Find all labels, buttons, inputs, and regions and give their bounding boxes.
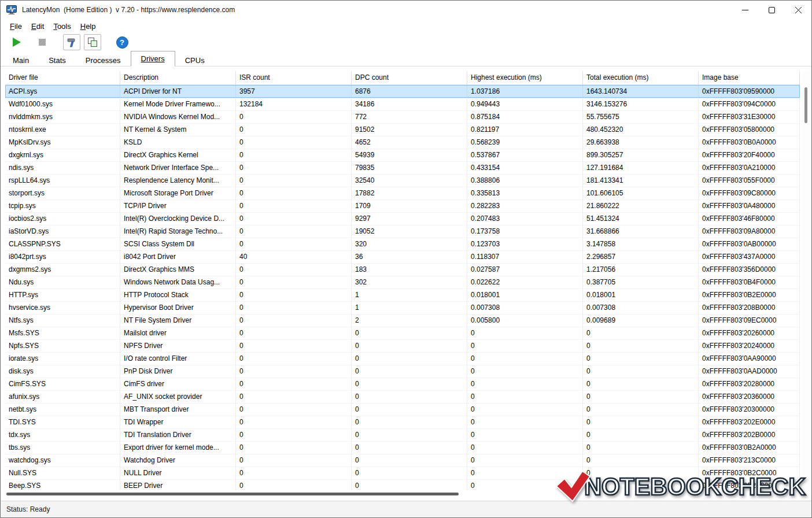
table-cell: 0xFFFFF803'094C0000: [699, 98, 800, 111]
table-row[interactable]: iocbios2.sysIntel(R) Overclocking Device…: [5, 212, 800, 225]
table-row[interactable]: storport.sysMicrosoft Storage Port Drive…: [5, 187, 800, 199]
table-row[interactable]: iaStorVD.sysIntel(R) Rapid Storage Techn…: [5, 225, 800, 238]
column-header[interactable]: ISR count: [236, 71, 352, 85]
table-cell: 0.537867: [467, 149, 583, 162]
table-cell: 0xFFFFF803'0B2A0000: [699, 441, 800, 454]
table-row[interactable]: ndis.sysNetwork Driver Interface Spe...0…: [5, 161, 800, 174]
table-row[interactable]: tdx.sysTDI Translation Driver00000xFFFFF…: [5, 428, 800, 441]
menu-item-file[interactable]: File: [5, 20, 27, 32]
table-cell: netbt.sys: [5, 403, 120, 416]
table-row[interactable]: TDI.SYSTDI Wrapper00000xFFFFF803'202E000…: [5, 416, 800, 428]
stop-monitor-button[interactable]: [34, 35, 50, 50]
table-row[interactable]: dxgmms2.sysDirectX Graphics MMS01830.027…: [5, 263, 800, 276]
column-header[interactable]: Highest execution (ms): [467, 71, 583, 85]
table-cell: 0.009689: [583, 314, 699, 327]
table-row[interactable]: i8042prt.sysi8042 Port Driver40360.11830…: [5, 250, 800, 263]
table-row[interactable]: rspLLL64.sysResplendence Latency Monit..…: [5, 174, 800, 187]
table-cell: 0xFFFFF803'356D0000: [699, 263, 800, 276]
table-row[interactable]: Msfs.SYSMailslot driver00000xFFFFF803'20…: [5, 327, 800, 339]
stop-icon: [39, 39, 46, 46]
table-cell: 0xFFFFF803'20360000: [699, 390, 800, 404]
table-row[interactable]: CLASSPNP.SYSSCSI Class System Dll03200.1…: [5, 238, 800, 250]
tab-main[interactable]: Main: [3, 54, 39, 66]
table-row[interactable]: iorate.sysI/O rate control Filter00000xF…: [5, 352, 800, 365]
help-button[interactable]: ?: [114, 35, 130, 50]
table-row[interactable]: MpKslDrv.sysKSLD046520.56823929.6639380x…: [5, 136, 800, 149]
tab-cpus[interactable]: CPUs: [175, 54, 215, 66]
table-cell: 9297: [352, 212, 467, 225]
table-cell: 0: [467, 479, 583, 490]
table-row[interactable]: nvlddmkm.sysNVIDIA Windows Kernel Mod...…: [5, 110, 800, 123]
table-row[interactable]: Npfs.SYSNPFS Driver00000xFFFFF803'202400…: [5, 339, 800, 352]
menu-item-tools[interactable]: Tools: [49, 20, 75, 32]
menu-item-edit[interactable]: Edit: [27, 20, 49, 32]
start-monitor-button[interactable]: [9, 35, 25, 50]
table-row[interactable]: netbt.sysMBT Transport driver00000xFFFFF…: [5, 403, 800, 416]
table-cell: 0xFFFFF803'09EC0000: [699, 314, 800, 327]
table-cell: 0xFFFFF803'0B0A0000: [699, 136, 800, 149]
table-row[interactable]: CimFS.SYSCimFS driver00000xFFFFF803'2028…: [5, 378, 800, 390]
table-cell: 0xFFFFF803'20280000: [699, 378, 800, 391]
column-header[interactable]: DPC count: [352, 71, 467, 85]
table-cell: SCSI Class System Dll: [120, 238, 236, 251]
table-row[interactable]: HTTP.sysHTTP Protocol Stack010.0180010.0…: [5, 288, 800, 301]
table-cell: 127.191684: [583, 161, 699, 175]
table-row[interactable]: Beep.SYSBEEP Driver00000xFFFFF803'0B2B00…: [5, 479, 800, 490]
table-row[interactable]: tcpip.sysTCP/IP Driver017090.28228321.86…: [5, 199, 800, 212]
vertical-scrollbar[interactable]: [802, 71, 810, 490]
table-row[interactable]: Ndu.sysWindows Network Data Usag...03020…: [5, 276, 800, 288]
table-row[interactable]: hvservice.sysHypervisor Boot Driver010.0…: [5, 301, 800, 314]
column-header[interactable]: Driver file: [5, 71, 120, 85]
tab-stats[interactable]: Stats: [39, 54, 76, 66]
table-row[interactable]: disk.sysPnP Disk Driver00000xFFFFF803'0A…: [5, 365, 800, 378]
table-row[interactable]: tbs.sysExport driver for kernel mode...0…: [5, 441, 800, 454]
table-row[interactable]: ntoskrnl.exeNT Kernel & System0915020.82…: [5, 123, 800, 136]
table-cell: Npfs.SYS: [5, 339, 120, 353]
maximize-button[interactable]: [758, 1, 785, 19]
table-cell: CLASSPNP.SYS: [5, 238, 120, 251]
close-button[interactable]: [785, 1, 811, 19]
table-cell: PnP Disk Driver: [120, 365, 236, 378]
table-cell: 0: [236, 428, 352, 442]
column-header[interactable]: Description: [120, 71, 236, 85]
table-cell: watchdog.sys: [5, 454, 120, 467]
table-cell: 19052: [352, 225, 467, 238]
table-cell: 0: [583, 352, 699, 365]
horizontal-scrollbar[interactable]: [5, 493, 800, 496]
options-button[interactable]: [63, 34, 80, 50]
table-cell: 0: [352, 479, 467, 490]
table-cell: 32540: [352, 174, 467, 187]
table-cell: 0: [583, 390, 699, 404]
hscroll-thumb[interactable]: [6, 493, 459, 495]
vscroll-thumb[interactable]: [804, 87, 807, 123]
copy-report-button[interactable]: [84, 34, 101, 50]
table-cell: 6876: [352, 85, 467, 98]
table-row[interactable]: afunix.sysAF_UNIX socket provider00000xF…: [5, 390, 800, 403]
menu-item-help[interactable]: Help: [76, 20, 101, 32]
tab-processes[interactable]: Processes: [76, 54, 131, 66]
table-cell: 3146.153276: [583, 98, 699, 111]
table-cell: dxgmms2.sys: [5, 263, 120, 276]
column-header[interactable]: Total execution (ms): [583, 71, 699, 85]
table-row[interactable]: Wdf01000.sysKernel Mode Driver Framewo..…: [5, 98, 800, 110]
table-row[interactable]: ACPI.sysACPI Driver for NT395768761.0371…: [5, 85, 800, 98]
table-cell: 0xFFFFF803'09590000: [699, 85, 800, 98]
table-row[interactable]: Null.SYSNULL Driver00000xFFFFF803'0B2C00…: [5, 467, 800, 479]
table-cell: 0: [583, 365, 699, 378]
table-cell: 0.207483: [467, 212, 583, 225]
minimize-button[interactable]: [732, 1, 758, 19]
table-cell: Network Driver Interface Spe...: [120, 161, 236, 175]
table-cell: Microsoft Storage Port Driver: [120, 187, 236, 200]
table-cell: 0xFFFFF803'0AA90000: [699, 352, 800, 365]
table-cell: 0: [236, 136, 352, 149]
tab-drivers[interactable]: Drivers: [131, 51, 175, 66]
table-cell: 0xFFFFF803'20F40000: [699, 149, 800, 162]
table-cell: 1.037186: [467, 85, 583, 98]
table-row[interactable]: watchdog.sysWatchdog Driver00000xFFFFF80…: [5, 454, 800, 467]
table-row[interactable]: dxgkrnl.sysDirectX Graphics Kernel054939…: [5, 149, 800, 161]
table-cell: 0xFFFFF803'20300000: [699, 403, 800, 416]
table-header: Driver fileDescriptionISR countDPC count…: [5, 71, 800, 85]
column-header[interactable]: Image base: [699, 71, 800, 85]
table-row[interactable]: Ntfs.sysNT File System Driver020.0058000…: [5, 314, 800, 327]
table-cell: BEEP Driver: [120, 479, 236, 490]
